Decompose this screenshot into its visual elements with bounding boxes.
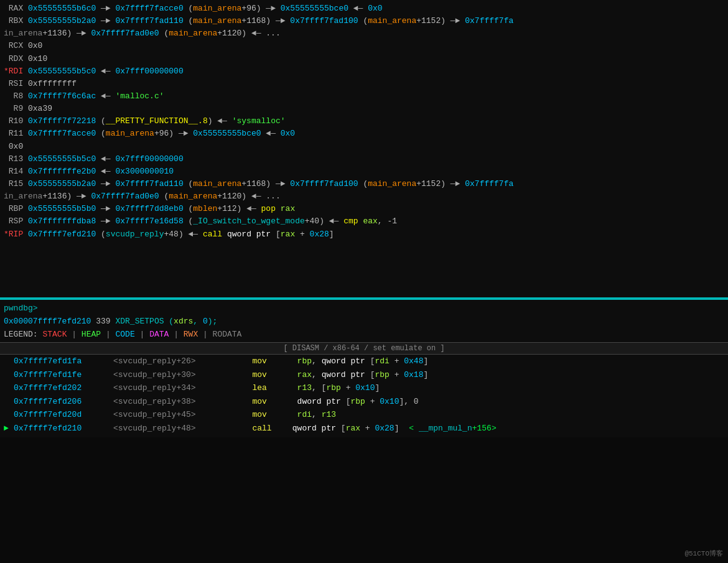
- reg-name: RCX: [4, 41, 23, 50]
- legend-stack: STACK: [42, 330, 67, 339]
- leg-sep1: |: [72, 330, 82, 339]
- disasm-mnem: call: [238, 422, 287, 435]
- disasm-mnem: mov: [238, 368, 287, 381]
- disasm-mnem: mov: [238, 395, 287, 408]
- xdr-arg2: 0: [203, 317, 208, 326]
- disasm-addr: 0x7ffff7efd1fa: [14, 355, 113, 368]
- reg-name: *RIP: [4, 230, 23, 239]
- reg-content: 0x55555555b6c0 —► 0x7ffff7facce0 (main_a…: [23, 4, 382, 13]
- disasm-row-0: 0x7ffff7efd1fa <svcudp_reply+26> mov rbp…: [0, 355, 728, 368]
- disasm-ops: rax, qword ptr [rbp + 0x18]: [287, 368, 724, 381]
- reg-line-r15b: in_arena+1136) —► 0x7ffff7fad0e0 (main_a…: [4, 190, 724, 203]
- current-addr: 0x00007ffff7efd210: [4, 317, 91, 326]
- reg-name: RAX: [4, 4, 23, 13]
- reg-line-rbp: RBP 0x55555555b5b0 —► 0x7ffff7dd8eb0 (mb…: [4, 203, 724, 215]
- reg-content: 0x0: [23, 41, 42, 50]
- reg-name: R15: [4, 179, 23, 188]
- disasm-arrow: [4, 355, 14, 368]
- legend-line: LEGEND: STACK | HEAP | CODE | DATA | RWX…: [4, 328, 724, 342]
- xdr-arg1: xdrs: [174, 317, 193, 326]
- disasm-arrow: ►: [4, 422, 14, 435]
- disasm-mnem: mov: [238, 355, 287, 368]
- disasm-addr: 0x7ffff7efd20d: [14, 408, 113, 421]
- prompt: pwndbg>: [4, 304, 38, 313]
- disasm-label: <svcudp_reply+26>: [113, 355, 238, 368]
- leg-sep4: |: [174, 330, 184, 339]
- legend-label: LEGEND:: [4, 330, 42, 339]
- disasm-panel: 0x7ffff7efd1fa <svcudp_reply+26> mov rbp…: [0, 355, 728, 437]
- legend-data: DATA: [149, 330, 169, 339]
- reg-content: 0xa39: [23, 104, 52, 113]
- reg-name: R13: [4, 154, 23, 164]
- legend-heap: HEAP: [82, 330, 101, 339]
- reg-line-rax: RAX 0x55555555b6c0 —► 0x7ffff7facce0 (ma…: [4, 2, 724, 15]
- disasm-label: <svcudp_reply+48>: [113, 422, 238, 435]
- registers-panel: RAX 0x55555555b6c0 —► 0x7ffff7facce0 (ma…: [0, 0, 728, 299]
- disasm-label: <svcudp_reply+30>: [113, 368, 238, 381]
- reg-line-r13: R13 0x55555555b5c0 ◄— 0x7fff00000000: [4, 153, 724, 165]
- reg-content: 0x10: [23, 54, 47, 63]
- leg-sep5: |: [203, 330, 213, 339]
- reg-name: RBP: [4, 204, 23, 213]
- reg-name: R14: [4, 167, 23, 176]
- reg-line-r9: R9 0xa39: [4, 103, 724, 115]
- disasm-arrow: [4, 408, 14, 421]
- leg-sep2: |: [106, 330, 116, 339]
- reg-name: RSI: [4, 79, 23, 88]
- reg-name: RSP: [4, 216, 23, 226]
- reg-content: 0x55555555b5c0 ◄— 0x7fff00000000: [23, 154, 183, 164]
- leg-sep3: |: [140, 330, 150, 339]
- addr-line: 0x00007ffff7efd210 339 XDR_SETPOS (xdrs,…: [4, 315, 724, 328]
- reg-content: 0x7ffff7f6c6ac ◄— 'malloc.c': [23, 91, 164, 101]
- watermark: @51CTO博客: [684, 549, 723, 558]
- reg-content: 0x7ffff7efd210 (svcudp_reply+48) ◄— call…: [23, 230, 334, 239]
- reg-line-r8: R8 0x7ffff7f6c6ac ◄— 'malloc.c': [4, 90, 724, 103]
- reg-content: 0xffffffff: [23, 79, 77, 88]
- disasm-ops: dword ptr [rbp + 0x10], 0: [287, 395, 724, 408]
- reg-content: 0x7fffffffdba8 —► 0x7ffff7e16d58 (_IO_sw…: [23, 216, 397, 226]
- reg-content: 0x55555555b5b0 —► 0x7ffff7dd8eb0 (mblen+…: [23, 204, 295, 213]
- legend-rodata: RODATA: [213, 330, 242, 339]
- reg-line-rcx: RCX 0x0: [4, 40, 724, 52]
- console-panel: pwndbg> 0x00007ffff7efd210 339 XDR_SETPO…: [0, 300, 728, 342]
- xdr-close: );: [208, 317, 218, 326]
- reg-name: RBX: [4, 16, 23, 26]
- reg-line-r15: R15 0x55555555b2a0 —► 0x7ffff7fad110 (ma…: [4, 178, 724, 190]
- disasm-row-1: 0x7ffff7efd1fe <svcudp_reply+30> mov rax…: [0, 368, 728, 381]
- disasm-header: [ DISASM / x86-64 / set emulate on ]: [0, 342, 728, 355]
- disasm-ops: qword ptr [rax + 0x28] < __mpn_mul_n+156…: [287, 422, 724, 435]
- reg-line-rdx: RDX 0x10: [4, 53, 724, 65]
- reg-content: 0x55555555b5c0 ◄— 0x7fff00000000: [23, 67, 183, 76]
- disasm-row-2: 0x7ffff7efd202 <svcudp_reply+34> lea r13…: [0, 381, 728, 394]
- reg-name: R9: [4, 104, 23, 113]
- disasm-row-3: 0x7ffff7efd206 <svcudp_reply+38> mov dwo…: [0, 395, 728, 408]
- reg-line-rbx: RBX 0x55555555b2a0 —► 0x7ffff7fad110 (ma…: [4, 15, 724, 27]
- reg-line-r11: R11 0x7ffff7facce0 (main_arena+96) —► 0x…: [4, 128, 724, 140]
- xdr-comma: ,: [193, 317, 203, 326]
- disasm-addr: 0x7ffff7efd202: [14, 381, 113, 394]
- reg-content: 0x55555555b2a0 —► 0x7ffff7fad110 (main_a…: [23, 179, 513, 188]
- reg-content: 0x7ffff7f72218 (__PRETTY_FUNCTION__.8) ◄…: [23, 116, 285, 126]
- reg-line-rdi: *RDI 0x55555555b5c0 ◄— 0x7fff00000000: [4, 65, 724, 78]
- reg-line-rbx2: in_arena+1136) —► 0x7ffff7fad0e0 (main_a…: [4, 27, 724, 40]
- reg-line-r10: R10 0x7ffff7f72218 (__PRETTY_FUNCTION__.…: [4, 115, 724, 128]
- disasm-ops: rbp, qword ptr [rdi + 0x48]: [287, 355, 724, 368]
- reg-content: 0x7ffff7facce0 (main_arena+96) —► 0x5555…: [23, 129, 295, 138]
- reg-content: 0x55555555b2a0 —► 0x7ffff7fad110 (main_a…: [23, 16, 513, 26]
- reg-name: R10: [4, 116, 23, 126]
- reg-line-rip: *RIP 0x7ffff7efd210 (svcudp_reply+48) ◄—…: [4, 228, 724, 241]
- reg-line-rsi: RSI 0xffffffff: [4, 78, 724, 90]
- legend-rwx: RWX: [184, 330, 198, 339]
- disasm-row-4: 0x7ffff7efd20d <svcudp_reply+45> mov rdi…: [0, 408, 728, 421]
- reg-line-rsp: RSP 0x7fffffffdba8 —► 0x7ffff7e16d58 (_I…: [4, 215, 724, 228]
- disasm-addr: 0x7ffff7efd206: [14, 395, 113, 408]
- disasm-label: <svcudp_reply+34>: [113, 381, 238, 394]
- disasm-label: <svcudp_reply+38>: [113, 395, 238, 408]
- disasm-row-5: ►0x7ffff7efd210 <svcudp_reply+48> call q…: [0, 422, 728, 435]
- disasm-addr: 0x7ffff7efd210: [14, 422, 113, 435]
- reg-name: *RDI: [4, 67, 23, 76]
- disasm-ops: r13, [rbp + 0x10]: [287, 381, 724, 394]
- disasm-mnem: mov: [238, 408, 287, 421]
- reg-name: R11: [4, 129, 23, 138]
- reg-line-r14: R14 0x7fffffffe2b0 ◄— 0x3000000010: [4, 165, 724, 178]
